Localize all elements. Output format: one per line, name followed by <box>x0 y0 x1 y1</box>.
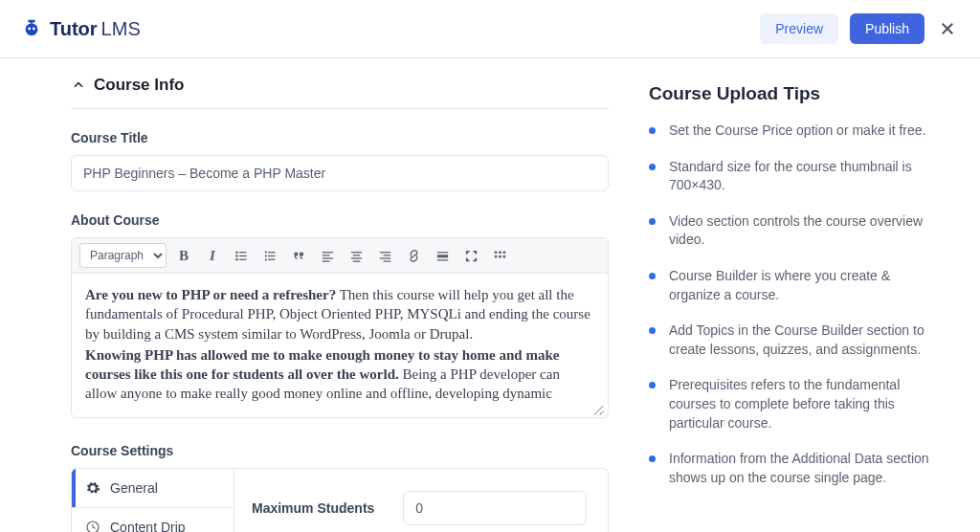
preview-button[interactable]: Preview <box>760 13 838 44</box>
align-center-button[interactable] <box>345 244 368 267</box>
svg-rect-29 <box>436 252 447 253</box>
max-students-input[interactable] <box>403 491 587 525</box>
tab-label: Content Drip <box>110 520 186 532</box>
tips-text: Prerequisites refers to the fundamental … <box>669 376 930 432</box>
svg-rect-21 <box>350 252 361 253</box>
gear-icon <box>85 480 100 496</box>
quote-button[interactable] <box>287 244 310 267</box>
tips-text: Add Topics in the Course Builder section… <box>669 321 930 359</box>
editor-content[interactable]: Are you new to PHP or need a refresher? … <box>72 274 608 406</box>
italic-button[interactable]: I <box>201 244 224 267</box>
fullscreen-button[interactable] <box>459 244 482 267</box>
bullet-icon <box>649 327 656 334</box>
tips-text: Video section controls the course overvi… <box>669 212 930 250</box>
tab-label: General <box>110 480 158 496</box>
svg-point-5 <box>235 251 238 254</box>
close-icon[interactable] <box>936 17 959 40</box>
svg-point-0 <box>26 23 38 35</box>
svg-rect-24 <box>352 260 360 261</box>
svg-rect-31 <box>436 259 447 260</box>
svg-rect-20 <box>322 260 329 261</box>
tips-text: Course Builder is where you create & org… <box>669 267 930 304</box>
svg-rect-27 <box>379 257 390 258</box>
svg-rect-25 <box>379 252 390 253</box>
tips-item: Standard size for the course thumbnail i… <box>649 158 930 195</box>
svg-point-4 <box>33 27 35 30</box>
bullet-icon <box>649 382 656 388</box>
tips-text: Set the Course Price option or make it f… <box>669 122 925 141</box>
svg-rect-37 <box>502 255 505 257</box>
svg-rect-13 <box>264 255 266 256</box>
tips-text: Information from the Additional Data sec… <box>669 450 930 487</box>
tips-item: Add Topics in the Course Builder section… <box>649 321 930 359</box>
svg-point-7 <box>235 255 238 257</box>
brand-name-1: Tutor <box>50 18 98 40</box>
svg-rect-14 <box>268 255 276 255</box>
course-title-input[interactable] <box>71 155 609 191</box>
svg-rect-28 <box>383 260 390 261</box>
svg-rect-2 <box>31 21 33 24</box>
about-course-label: About Course <box>71 212 609 228</box>
svg-rect-32 <box>494 251 497 254</box>
svg-point-9 <box>235 258 238 261</box>
brand: Tutor LMS <box>21 17 141 41</box>
section-header[interactable]: Course Info <box>71 76 609 109</box>
max-students-label: Maximum Students <box>252 500 374 516</box>
svg-rect-35 <box>494 255 497 257</box>
tips-text: Standard size for the course thumbnail i… <box>669 158 930 195</box>
tips-panel: Course Upload Tips Set the Course Price … <box>649 76 930 532</box>
bullet-icon <box>649 273 656 279</box>
section-title: Course Info <box>94 76 184 95</box>
svg-rect-30 <box>436 255 447 257</box>
resize-handle[interactable] <box>72 406 608 417</box>
svg-rect-17 <box>322 252 332 253</box>
numbered-list-button[interactable] <box>258 244 281 267</box>
svg-rect-22 <box>352 255 360 255</box>
svg-rect-10 <box>239 258 247 259</box>
svg-rect-19 <box>322 257 332 258</box>
publish-button[interactable]: Publish <box>850 13 924 44</box>
bullet-icon <box>649 164 656 170</box>
brand-name-2: LMS <box>101 18 141 40</box>
svg-rect-16 <box>268 258 276 259</box>
topbar: Tutor LMS Preview Publish <box>0 0 980 58</box>
bullet-icon <box>649 218 656 225</box>
bold-button[interactable]: B <box>172 244 195 267</box>
svg-rect-11 <box>264 251 266 253</box>
svg-point-3 <box>28 27 31 30</box>
tips-heading: Course Upload Tips <box>649 83 930 104</box>
about-course-editor: Paragraph B I <box>71 237 609 418</box>
toolbar-toggle-button[interactable] <box>488 244 511 267</box>
course-settings-panel: General Content Drip Maximum Students <box>71 468 609 532</box>
chevron-up-icon <box>71 78 86 93</box>
tips-item: Information from the Additional Data sec… <box>649 450 930 487</box>
bullet-list-button[interactable] <box>230 244 253 267</box>
link-button[interactable] <box>402 244 425 267</box>
align-right-button[interactable] <box>373 244 396 267</box>
tab-content-drip[interactable]: Content Drip <box>72 507 234 532</box>
course-title-label: Course Title <box>71 130 609 145</box>
insert-block-button[interactable] <box>431 244 454 267</box>
tips-item: Video section controls the course overvi… <box>649 212 930 250</box>
svg-rect-15 <box>264 258 266 260</box>
editor-text: Are you new to PHP or need a refresher? <box>85 287 336 302</box>
brand-icon <box>21 17 42 41</box>
bullet-icon <box>649 127 656 134</box>
align-left-button[interactable] <box>316 244 339 267</box>
bullet-icon <box>649 455 656 462</box>
paragraph-select[interactable]: Paragraph <box>79 243 167 268</box>
svg-rect-18 <box>322 255 329 255</box>
tab-general[interactable]: General <box>72 469 234 507</box>
svg-rect-26 <box>383 255 390 255</box>
tips-item: Set the Course Price option or make it f… <box>649 122 930 141</box>
svg-rect-8 <box>239 255 247 255</box>
editor-toolbar: Paragraph B I <box>72 238 608 274</box>
svg-rect-36 <box>499 255 501 257</box>
svg-rect-23 <box>350 257 361 258</box>
tips-item: Course Builder is where you create & org… <box>649 267 930 304</box>
clock-icon <box>85 520 100 532</box>
svg-rect-12 <box>268 252 276 253</box>
course-settings-heading: Course Settings <box>71 443 609 458</box>
svg-rect-34 <box>502 251 505 254</box>
svg-rect-6 <box>239 252 247 253</box>
